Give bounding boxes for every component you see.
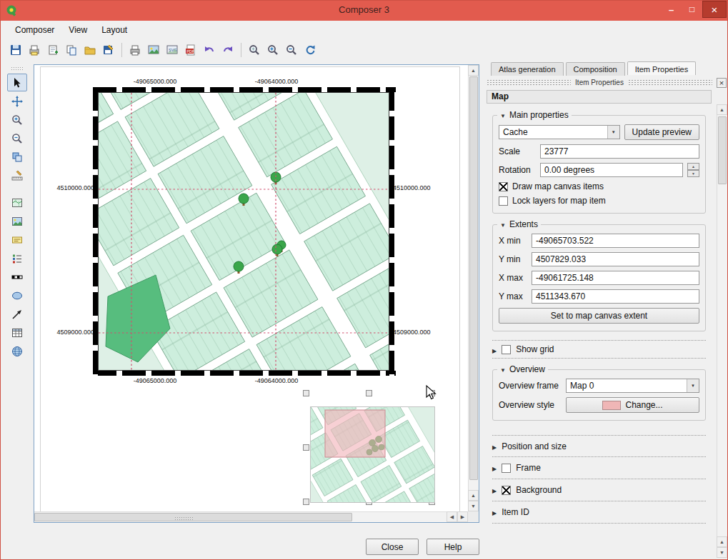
canvas-content[interactable]: -49065000.000 -49064000.000 -49065000.00… xyxy=(34,65,468,511)
minimize-button[interactable] xyxy=(661,1,682,18)
rotation-spinner[interactable] xyxy=(687,163,699,177)
expand-arrow-icon xyxy=(492,441,497,451)
draw-map-canvas-items-checkbox[interactable] xyxy=(499,182,508,191)
overview-title[interactable]: Overview xyxy=(497,364,548,374)
scroll-left-button[interactable] xyxy=(447,511,457,522)
add-arrow-tool[interactable] xyxy=(7,305,27,323)
zoom-out-button[interactable] xyxy=(282,41,301,59)
export-as-svg-button[interactable]: SVG xyxy=(163,41,181,59)
frame-section[interactable]: Frame xyxy=(492,457,706,479)
scroll-right-button[interactable] xyxy=(457,511,468,522)
select-move-item-tool[interactable] xyxy=(7,74,27,91)
move-item-content-tool[interactable] xyxy=(7,148,27,166)
overview-style-change-button[interactable]: Change... xyxy=(566,397,699,413)
position-and-size-section[interactable]: Position and size xyxy=(492,435,706,457)
dock-close-icon[interactable]: × xyxy=(717,78,727,88)
selection-handle[interactable] xyxy=(303,499,309,505)
vscroll-thumb[interactable] xyxy=(469,76,478,480)
main-properties-title[interactable]: Main properties xyxy=(497,110,572,120)
panel-scroll-up-button[interactable] xyxy=(717,104,727,115)
composer-window: Composer 3 Composer View Layout xyxy=(0,0,728,560)
background-section[interactable]: Background xyxy=(492,479,706,501)
scroll-down-button[interactable] xyxy=(468,501,479,511)
canvas-vscrollbar[interactable] xyxy=(468,65,479,511)
close-button[interactable] xyxy=(702,1,727,18)
add-scalebar-tool[interactable] xyxy=(7,268,27,286)
frame-checkbox[interactable] xyxy=(502,464,511,473)
x-min-input[interactable]: -49065703.522 xyxy=(532,234,699,248)
arrow-up-icon xyxy=(471,68,476,73)
zoom-full-button[interactable] xyxy=(245,41,264,59)
x-max-input[interactable]: -49061725.148 xyxy=(532,271,699,285)
zoom-out-tool[interactable] xyxy=(7,129,27,147)
menu-composer[interactable]: Composer xyxy=(8,22,61,38)
item-id-section[interactable]: Item ID xyxy=(492,501,706,524)
panel-scroll-up-button-2[interactable] xyxy=(717,536,727,547)
add-attribute-table-tool[interactable] xyxy=(7,324,27,341)
add-label-tool[interactable] xyxy=(7,231,27,249)
help-button[interactable]: Help xyxy=(427,539,479,555)
tab-atlas-generation[interactable]: Atlas generation xyxy=(491,62,564,76)
print-button[interactable] xyxy=(126,41,144,59)
y-max-input[interactable]: 4511343.670 xyxy=(532,289,699,304)
overview-map-item[interactable] xyxy=(310,406,435,503)
panel-vscrollbar[interactable] xyxy=(717,104,728,558)
undo-button[interactable] xyxy=(200,41,219,59)
maximize-button[interactable] xyxy=(682,1,702,18)
add-image-tool[interactable] xyxy=(7,212,27,230)
save-project-button[interactable] xyxy=(6,41,25,59)
panel-scroll-down-button[interactable] xyxy=(717,547,727,558)
globe-icon xyxy=(11,345,24,358)
export-as-pdf-button[interactable]: PDF xyxy=(181,41,200,59)
add-new-map-tool[interactable] xyxy=(7,194,27,211)
main-properties-group: Main properties Cache Update preview Sca… xyxy=(492,115,706,214)
load-from-template-button[interactable] xyxy=(81,41,99,59)
scale-input[interactable]: 23777 xyxy=(540,144,699,159)
preview-mode-combo[interactable]: Cache xyxy=(499,125,620,139)
add-shape-tool[interactable] xyxy=(7,286,27,304)
selection-handle[interactable] xyxy=(303,390,309,396)
duplicate-composer-button[interactable] xyxy=(62,41,81,59)
add-legend-tool[interactable] xyxy=(7,249,27,267)
selection-handle[interactable] xyxy=(366,390,372,396)
update-preview-button[interactable]: Update preview xyxy=(624,124,699,140)
menu-view[interactable]: View xyxy=(61,22,94,38)
background-checkbox[interactable] xyxy=(502,486,511,495)
composer-canvas[interactable]: -49065000.000 -49064000.000 -49065000.00… xyxy=(34,64,479,523)
overview-frame-combo[interactable]: Map 0 xyxy=(566,379,699,393)
titlebar[interactable]: Composer 3 xyxy=(1,1,727,21)
selection-handle[interactable] xyxy=(303,444,309,451)
grid-label-left-2: 4509000.000 xyxy=(34,329,94,336)
add-html-frame-tool[interactable] xyxy=(7,342,27,360)
edit-nodes-tool[interactable] xyxy=(7,166,27,184)
panel-vscroll-thumb[interactable] xyxy=(718,116,727,184)
lock-layers-checkbox[interactable] xyxy=(499,196,508,206)
save-as-template-button[interactable] xyxy=(99,41,118,59)
redo-button[interactable] xyxy=(219,41,237,59)
canvas-hscrollbar[interactable] xyxy=(34,511,468,522)
new-composer-button[interactable] xyxy=(44,41,62,59)
close-dialog-button[interactable]: Close xyxy=(366,539,419,555)
rotation-input[interactable]: 0.00 degrees xyxy=(540,163,683,177)
toolbar-drag-handle[interactable] xyxy=(11,66,24,71)
pan-tool[interactable] xyxy=(7,92,27,110)
y-min-input[interactable]: 4507829.033 xyxy=(532,252,699,266)
map-item[interactable] xyxy=(98,92,389,371)
tab-item-properties[interactable]: Item Properties xyxy=(627,61,697,75)
extents-title[interactable]: Extents xyxy=(497,219,541,229)
show-grid-checkbox[interactable] xyxy=(502,345,511,354)
tab-composition[interactable]: Composition xyxy=(566,62,625,76)
set-to-map-canvas-extent-button[interactable]: Set to map canvas extent xyxy=(499,308,699,324)
export-as-image-button[interactable] xyxy=(144,41,163,59)
scroll-up-button-2[interactable] xyxy=(468,490,479,501)
hscroll-thumb[interactable] xyxy=(34,513,352,521)
scroll-up-button[interactable] xyxy=(468,65,479,76)
zoom-in-button[interactable] xyxy=(264,41,282,59)
refresh-view-button[interactable] xyxy=(301,41,319,59)
svg-icon: SVG xyxy=(166,44,179,56)
dock-header[interactable]: Item Properties × xyxy=(487,76,727,89)
zoom-in-tool[interactable] xyxy=(7,111,27,129)
show-grid-section[interactable]: Show grid xyxy=(492,340,706,359)
menu-layout[interactable]: Layout xyxy=(94,22,134,38)
composer-manager-button[interactable] xyxy=(25,41,44,59)
